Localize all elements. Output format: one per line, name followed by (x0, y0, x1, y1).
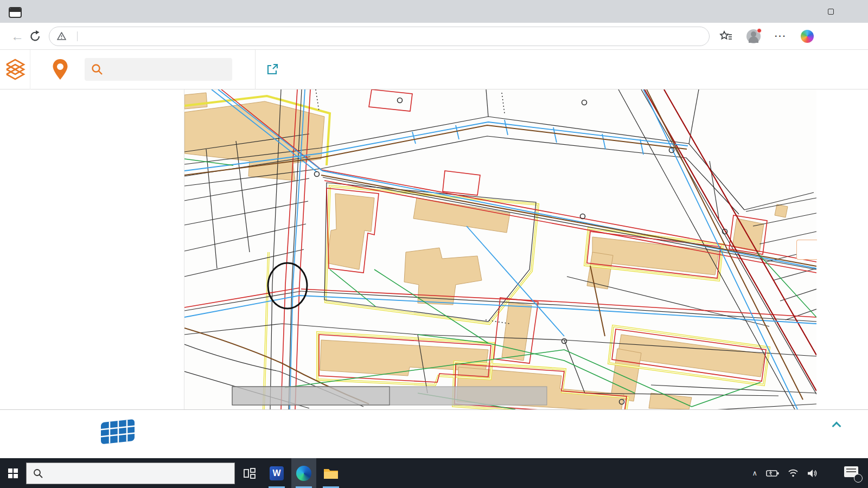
layers-icon (5, 58, 25, 81)
search-icon (91, 63, 103, 75)
profile-avatar[interactable] (746, 29, 761, 43)
status-footer (0, 409, 868, 458)
file-explorer-icon (323, 467, 339, 480)
layers-panel-button[interactable] (0, 50, 30, 89)
word-taskbar-button[interactable]: W (264, 458, 289, 488)
collapse-panel-button[interactable] (796, 240, 817, 260)
map-viewport[interactable] (184, 89, 816, 409)
screen: ← ··· (0, 0, 868, 488)
task-view-icon (242, 466, 257, 480)
notification-badge (854, 474, 863, 483)
browser-actions: ··· (719, 29, 814, 43)
minimize-button[interactable] (793, 0, 818, 23)
copilot-icon[interactable] (801, 30, 814, 43)
windows-logo-icon (8, 468, 18, 478)
edge-taskbar-button[interactable] (291, 458, 316, 488)
battery-icon[interactable] (766, 470, 779, 477)
map-pin-icon (52, 59, 68, 80)
footer-collapse-icon[interactable] (832, 422, 841, 431)
external-link-icon (266, 63, 278, 75)
browser-menu-icon[interactable]: ··· (775, 31, 787, 41)
back-button[interactable]: ← (11, 29, 24, 44)
layers-sidebar (0, 89, 184, 409)
restore-icon (828, 9, 834, 15)
wifi-icon[interactable] (788, 469, 799, 477)
windows-taskbar: W ∧ (0, 458, 868, 488)
map-canvas[interactable] (184, 89, 816, 409)
volume-icon[interactable] (807, 469, 818, 478)
eservices-link[interactable] (266, 63, 283, 75)
reload-button[interactable] (29, 30, 41, 42)
map-scale-bar (232, 387, 547, 405)
profile-notification-dot (757, 28, 762, 33)
start-button[interactable] (0, 458, 26, 488)
close-button[interactable] (843, 0, 868, 23)
browser-navbar: ← ··· (0, 23, 868, 50)
window-controls (793, 0, 868, 23)
task-view-button[interactable] (237, 458, 262, 488)
isofmap-header (0, 50, 868, 89)
arco-logo (98, 418, 138, 446)
address-bar[interactable] (49, 27, 710, 46)
system-tray: ∧ (752, 466, 868, 480)
favorites-bar-icon[interactable] (719, 30, 732, 42)
taskbar-search-input[interactable] (26, 463, 235, 484)
address-separator (77, 31, 78, 41)
explorer-taskbar-button[interactable] (318, 458, 343, 488)
tab-workspaces-icon[interactable] (9, 7, 22, 18)
not-secure-warning-icon (57, 32, 66, 40)
search-input[interactable] (85, 58, 232, 81)
restore-button[interactable] (818, 0, 843, 23)
map-toolbar (816, 89, 868, 409)
isofmap-logo[interactable] (52, 59, 68, 80)
tray-expand-icon[interactable]: ∧ (752, 469, 757, 477)
word-icon: W (270, 466, 284, 480)
browser-tab-bar (0, 0, 868, 23)
taskbar-search-icon (33, 468, 43, 478)
header-divider (255, 50, 256, 89)
notification-center-button[interactable] (844, 466, 860, 480)
edge-icon (296, 466, 311, 481)
